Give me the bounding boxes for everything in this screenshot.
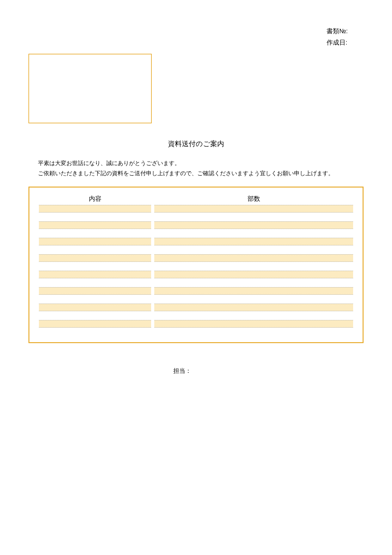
cell-content: [39, 320, 151, 328]
meta-section: 書類№: 作成日:: [327, 25, 348, 48]
person-in-charge-label: 担当：: [173, 367, 191, 375]
table-body: [39, 205, 353, 336]
body-line-2: ご依頼いただきました下記の資料をご送付申し上げますので、ご確認くださいますよう宜…: [38, 168, 354, 178]
cell-content: [39, 205, 151, 213]
table-frame: 内容 部数: [28, 187, 364, 343]
cell-copies: [154, 221, 353, 229]
cell-copies: [154, 254, 353, 262]
document-title: 資料送付のご案内: [0, 139, 392, 149]
cell-content: [39, 287, 151, 295]
cell-copies: [154, 238, 353, 245]
table-header: 内容 部数: [39, 194, 353, 203]
body-line-1: 平素は大変お世話になり、誠にありがとうございます。: [38, 158, 354, 168]
table-row: [39, 320, 353, 336]
cell-copies: [154, 304, 353, 311]
table-row: [39, 254, 353, 271]
cell-copies: [154, 271, 353, 278]
cell-content: [39, 221, 151, 229]
body-text: 平素は大変お世話になり、誠にありがとうございます。 ご依頼いただきました下記の資…: [38, 158, 354, 179]
cell-content: [39, 271, 151, 278]
table-row: [39, 221, 353, 238]
table-row: [39, 205, 353, 221]
table-row: [39, 304, 353, 320]
cell-content: [39, 238, 151, 245]
header-content: 内容: [39, 194, 151, 203]
table-row: [39, 271, 353, 287]
cell-copies: [154, 205, 353, 213]
cell-copies: [154, 320, 353, 328]
created-date-label: 作成日:: [327, 37, 348, 48]
table-row: [39, 238, 353, 254]
header-copies: 部数: [154, 194, 353, 203]
recipient-box: [28, 54, 152, 123]
cell-copies: [154, 287, 353, 295]
cell-content: [39, 304, 151, 311]
table-row: [39, 287, 353, 304]
cell-content: [39, 254, 151, 262]
document-no-label: 書類№:: [327, 25, 348, 37]
